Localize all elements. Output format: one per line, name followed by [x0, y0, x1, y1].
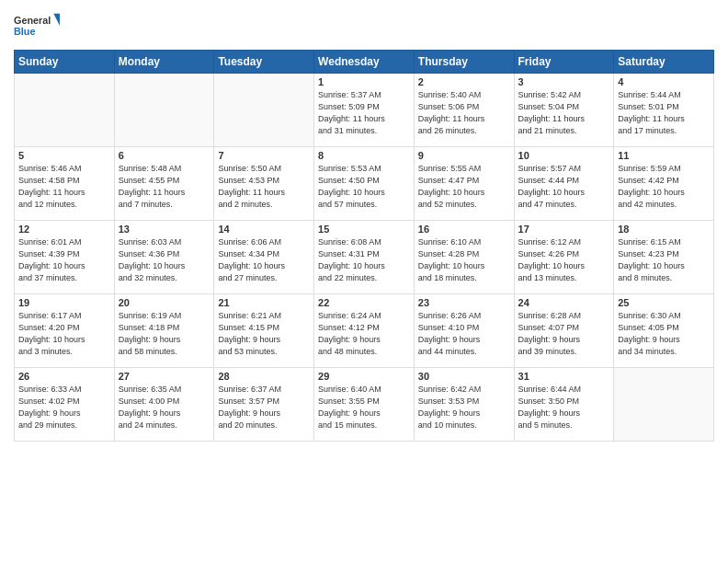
weekday-header-row: SundayMondayTuesdayWednesdayThursdayFrid… [15, 51, 714, 74]
day-number: 9 [418, 150, 510, 161]
day-number: 26 [18, 371, 110, 382]
day-info: Sunrise: 5:46 AM Sunset: 4:58 PM Dayligh… [18, 163, 110, 211]
day-info: Sunrise: 5:37 AM Sunset: 5:09 PM Dayligh… [318, 89, 410, 137]
day-number: 23 [418, 297, 510, 308]
day-number: 8 [318, 150, 410, 161]
calendar-cell: 23Sunrise: 6:26 AM Sunset: 4:10 PM Dayli… [414, 294, 514, 368]
day-number: 11 [618, 150, 710, 161]
day-info: Sunrise: 6:37 AM Sunset: 3:57 PM Dayligh… [218, 384, 310, 431]
calendar-cell [614, 368, 714, 442]
day-info: Sunrise: 5:53 AM Sunset: 4:50 PM Dayligh… [318, 163, 410, 211]
svg-text:Blue: Blue [14, 26, 35, 37]
day-number: 6 [119, 150, 210, 161]
day-number: 3 [518, 76, 610, 87]
weekday-header-friday: Friday [514, 51, 614, 74]
calendar-cell: 30Sunrise: 6:42 AM Sunset: 3:53 PM Dayli… [414, 368, 514, 442]
day-info: Sunrise: 6:17 AM Sunset: 4:20 PM Dayligh… [18, 310, 110, 358]
day-number: 14 [218, 224, 310, 235]
header: General Blue [14, 9, 714, 42]
calendar-cell: 3Sunrise: 5:42 AM Sunset: 5:04 PM Daylig… [514, 74, 614, 147]
calendar-cell: 13Sunrise: 6:03 AM Sunset: 4:36 PM Dayli… [114, 221, 214, 294]
day-number: 10 [518, 150, 610, 161]
day-info: Sunrise: 6:15 AM Sunset: 4:23 PM Dayligh… [618, 236, 710, 284]
calendar-cell: 14Sunrise: 6:06 AM Sunset: 4:34 PM Dayli… [214, 221, 314, 294]
weekday-header-wednesday: Wednesday [314, 51, 415, 74]
calendar-cell: 15Sunrise: 6:08 AM Sunset: 4:31 PM Dayli… [314, 221, 415, 294]
day-info: Sunrise: 6:03 AM Sunset: 4:36 PM Dayligh… [119, 236, 210, 284]
day-number: 1 [318, 76, 410, 87]
day-info: Sunrise: 5:55 AM Sunset: 4:47 PM Dayligh… [418, 163, 510, 211]
day-info: Sunrise: 6:06 AM Sunset: 4:34 PM Dayligh… [218, 236, 310, 284]
day-info: Sunrise: 5:40 AM Sunset: 5:06 PM Dayligh… [418, 89, 510, 137]
calendar-cell: 16Sunrise: 6:10 AM Sunset: 4:28 PM Dayli… [414, 221, 514, 294]
day-number: 12 [18, 224, 110, 235]
calendar-cell: 22Sunrise: 6:24 AM Sunset: 4:12 PM Dayli… [314, 294, 415, 368]
day-number: 24 [518, 297, 610, 308]
calendar-cell: 7Sunrise: 5:50 AM Sunset: 4:53 PM Daylig… [214, 147, 314, 221]
week-row-0: 1Sunrise: 5:37 AM Sunset: 5:09 PM Daylig… [15, 74, 714, 147]
day-info: Sunrise: 5:48 AM Sunset: 4:55 PM Dayligh… [119, 163, 210, 211]
day-info: Sunrise: 6:30 AM Sunset: 4:05 PM Dayligh… [618, 310, 710, 358]
day-info: Sunrise: 6:28 AM Sunset: 4:07 PM Dayligh… [518, 310, 610, 358]
calendar-cell: 6Sunrise: 5:48 AM Sunset: 4:55 PM Daylig… [114, 147, 214, 221]
weekday-header-tuesday: Tuesday [214, 51, 314, 74]
calendar-cell: 24Sunrise: 6:28 AM Sunset: 4:07 PM Dayli… [514, 294, 614, 368]
day-info: Sunrise: 6:08 AM Sunset: 4:31 PM Dayligh… [318, 236, 410, 284]
logo: General Blue [14, 9, 60, 42]
day-number: 7 [218, 150, 310, 161]
calendar-cell: 19Sunrise: 6:17 AM Sunset: 4:20 PM Dayli… [15, 294, 115, 368]
page: General Blue SundayMondayTuesdayWednesda… [0, 0, 728, 563]
week-row-4: 26Sunrise: 6:33 AM Sunset: 4:02 PM Dayli… [15, 368, 714, 442]
day-info: Sunrise: 6:21 AM Sunset: 4:15 PM Dayligh… [218, 310, 310, 358]
day-number: 2 [418, 76, 510, 87]
day-number: 22 [318, 297, 410, 308]
day-number: 4 [618, 76, 710, 87]
day-number: 16 [418, 224, 510, 235]
calendar-cell [214, 74, 314, 147]
day-number: 20 [119, 297, 210, 308]
calendar-cell: 26Sunrise: 6:33 AM Sunset: 4:02 PM Dayli… [15, 368, 115, 442]
calendar-cell: 18Sunrise: 6:15 AM Sunset: 4:23 PM Dayli… [614, 221, 714, 294]
day-info: Sunrise: 5:50 AM Sunset: 4:53 PM Dayligh… [218, 163, 310, 211]
day-info: Sunrise: 6:44 AM Sunset: 3:50 PM Dayligh… [518, 384, 610, 431]
calendar-cell [114, 74, 214, 147]
calendar-cell: 31Sunrise: 6:44 AM Sunset: 3:50 PM Dayli… [514, 368, 614, 442]
calendar-cell: 2Sunrise: 5:40 AM Sunset: 5:06 PM Daylig… [414, 74, 514, 147]
calendar-cell: 12Sunrise: 6:01 AM Sunset: 4:39 PM Dayli… [15, 221, 115, 294]
day-number: 31 [518, 371, 610, 382]
day-number: 27 [119, 371, 210, 382]
svg-marker-2 [53, 14, 60, 26]
day-info: Sunrise: 6:19 AM Sunset: 4:18 PM Dayligh… [119, 310, 210, 358]
weekday-header-sunday: Sunday [15, 51, 115, 74]
day-info: Sunrise: 6:33 AM Sunset: 4:02 PM Dayligh… [18, 384, 110, 431]
day-info: Sunrise: 6:40 AM Sunset: 3:55 PM Dayligh… [318, 384, 410, 431]
calendar-cell: 29Sunrise: 6:40 AM Sunset: 3:55 PM Dayli… [314, 368, 415, 442]
day-info: Sunrise: 6:01 AM Sunset: 4:39 PM Dayligh… [18, 236, 110, 284]
week-row-1: 5Sunrise: 5:46 AM Sunset: 4:58 PM Daylig… [15, 147, 714, 221]
day-number: 28 [218, 371, 310, 382]
day-number: 25 [618, 297, 710, 308]
day-number: 17 [518, 224, 610, 235]
logo-svg: General Blue [14, 9, 60, 42]
svg-text:General: General [14, 15, 51, 26]
day-info: Sunrise: 5:59 AM Sunset: 4:42 PM Dayligh… [618, 163, 710, 211]
calendar-cell: 17Sunrise: 6:12 AM Sunset: 4:26 PM Dayli… [514, 221, 614, 294]
calendar-cell: 27Sunrise: 6:35 AM Sunset: 4:00 PM Dayli… [114, 368, 214, 442]
calendar-cell: 5Sunrise: 5:46 AM Sunset: 4:58 PM Daylig… [15, 147, 115, 221]
calendar-cell: 8Sunrise: 5:53 AM Sunset: 4:50 PM Daylig… [314, 147, 415, 221]
calendar: SundayMondayTuesdayWednesdayThursdayFrid… [14, 50, 714, 442]
calendar-cell: 20Sunrise: 6:19 AM Sunset: 4:18 PM Dayli… [114, 294, 214, 368]
calendar-cell: 4Sunrise: 5:44 AM Sunset: 5:01 PM Daylig… [614, 74, 714, 147]
day-number: 19 [18, 297, 110, 308]
calendar-cell: 1Sunrise: 5:37 AM Sunset: 5:09 PM Daylig… [314, 74, 415, 147]
calendar-cell: 10Sunrise: 5:57 AM Sunset: 4:44 PM Dayli… [514, 147, 614, 221]
week-row-3: 19Sunrise: 6:17 AM Sunset: 4:20 PM Dayli… [15, 294, 714, 368]
calendar-cell: 28Sunrise: 6:37 AM Sunset: 3:57 PM Dayli… [214, 368, 314, 442]
calendar-cell: 25Sunrise: 6:30 AM Sunset: 4:05 PM Dayli… [614, 294, 714, 368]
day-info: Sunrise: 6:35 AM Sunset: 4:00 PM Dayligh… [119, 384, 210, 431]
day-info: Sunrise: 5:57 AM Sunset: 4:44 PM Dayligh… [518, 163, 610, 211]
day-number: 18 [618, 224, 710, 235]
day-info: Sunrise: 6:24 AM Sunset: 4:12 PM Dayligh… [318, 310, 410, 358]
day-number: 5 [18, 150, 110, 161]
weekday-header-monday: Monday [114, 51, 214, 74]
